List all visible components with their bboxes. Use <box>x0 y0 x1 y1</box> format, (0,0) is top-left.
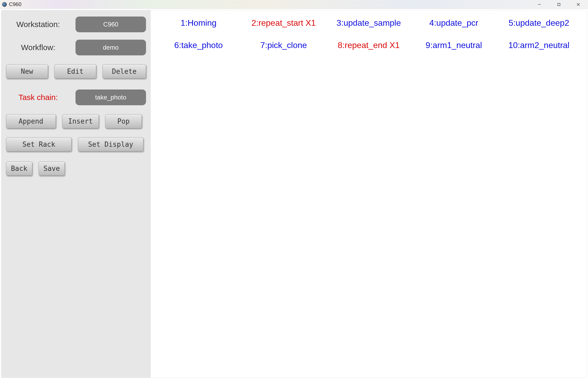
task-item[interactable]: 7:pick_clone <box>241 40 326 50</box>
task-item[interactable]: 4:update_pcr <box>411 18 497 28</box>
taskchain-select[interactable]: take_photo <box>75 90 146 105</box>
main-panel: 1:Homing2:repeat_start X13:update_sample… <box>151 10 587 378</box>
sidebar: Workstation: C960 Workflow: demo New Edi… <box>1 10 151 378</box>
task-item[interactable]: 8:repeat_end X1 <box>326 40 411 50</box>
append-button[interactable]: Append <box>6 114 56 128</box>
set-display-button[interactable]: Set Display <box>78 137 143 151</box>
back-button[interactable]: Back <box>6 161 32 176</box>
workstation-label: Workstation: <box>6 20 70 29</box>
workstation-select[interactable]: C960 <box>75 17 146 32</box>
pop-button[interactable]: Pop <box>105 114 142 128</box>
nav-actions: Back Save <box>6 161 146 176</box>
taskchain-label: Task chain: <box>6 93 70 102</box>
maximize-button[interactable] <box>549 0 569 9</box>
set-rack-button[interactable]: Set Rack <box>6 137 72 151</box>
task-item[interactable]: 5:update_deep2 <box>496 18 581 28</box>
task-item[interactable]: 1:Homing <box>156 18 241 28</box>
task-list: 1:Homing2:repeat_start X13:update_sample… <box>156 18 581 50</box>
minimize-button[interactable] <box>530 0 549 9</box>
workstation-row: Workstation: C960 <box>6 17 146 32</box>
workflow-label: Workflow: <box>6 43 70 52</box>
window-title: C960 <box>9 1 21 7</box>
taskchain-row: Task chain: take_photo <box>6 90 146 105</box>
task-item[interactable]: 3:update_sample <box>326 18 411 28</box>
svg-rect-1 <box>558 3 560 6</box>
task-item[interactable]: 9:arm1_neutral <box>411 40 497 50</box>
task-item[interactable]: 10:arm2_neutral <box>496 40 581 50</box>
set-actions: Set Rack Set Display <box>6 137 146 151</box>
workflow-select[interactable]: demo <box>75 40 146 55</box>
workflow-row: Workflow: demo <box>6 40 146 55</box>
app-icon <box>2 2 7 7</box>
titlebar: C960 <box>0 0 588 9</box>
new-button[interactable]: New <box>6 64 48 78</box>
app-window: C960 Workstation: C960 Workflow: demo Ne… <box>0 0 588 379</box>
delete-button[interactable]: Delete <box>103 64 146 78</box>
workflow-actions: New Edit Delete <box>6 64 146 78</box>
task-item[interactable]: 2:repeat_start X1 <box>241 18 326 28</box>
edit-button[interactable]: Edit <box>54 64 96 78</box>
taskchain-actions: Append Insert Pop <box>6 114 146 128</box>
insert-button[interactable]: Insert <box>62 114 99 128</box>
body: Workstation: C960 Workflow: demo New Edi… <box>1 10 587 378</box>
close-button[interactable] <box>569 0 588 9</box>
task-item[interactable]: 6:take_photo <box>156 40 241 50</box>
save-button[interactable]: Save <box>39 161 65 176</box>
